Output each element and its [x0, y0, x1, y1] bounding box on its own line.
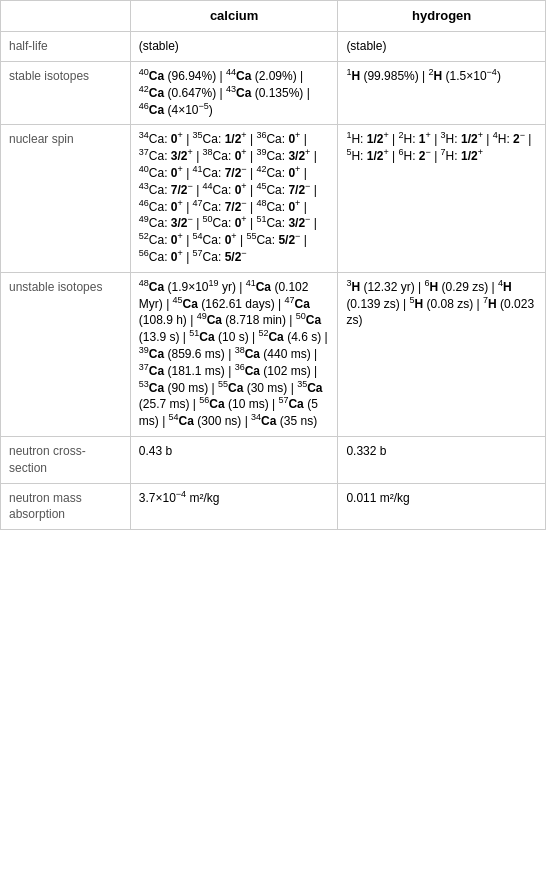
col-header-empty	[1, 1, 131, 32]
neutron-mass-calcium: 3.7×10−4 m²/kg	[130, 483, 338, 530]
halflife-hydrogen: (stable)	[338, 32, 546, 62]
table-row: stable isotopes 40Ca (96.94%) | 44Ca (2.…	[1, 61, 546, 124]
neutron-mass-hydrogen: 0.011 m²/kg	[338, 483, 546, 530]
nuclear-spin-hydrogen: 1H: 1/2+ | 2H: 1+ | 3H: 1/2+ | 4H: 2− | …	[338, 125, 546, 272]
row-label-nuclear-spin: nuclear spin	[1, 125, 131, 272]
table-row: nuclear spin 34Ca: 0+ | 35Ca: 1/2+ | 36C…	[1, 125, 546, 272]
row-label-neutron-cross: neutron cross-section	[1, 436, 131, 483]
neutron-cross-hydrogen: 0.332 b	[338, 436, 546, 483]
unstable-isotopes-hydrogen: 3H (12.32 yr) | 6H (0.29 zs) | 4H (0.139…	[338, 272, 546, 436]
nuclear-spin-calcium: 34Ca: 0+ | 35Ca: 1/2+ | 36Ca: 0+ | 37Ca:…	[130, 125, 338, 272]
col-header-calcium: calcium	[130, 1, 338, 32]
stable-isotopes-calcium: 40Ca (96.94%) | 44Ca (2.09%) | 42Ca (0.6…	[130, 61, 338, 124]
halflife-calcium: (stable)	[130, 32, 338, 62]
table-row: neutron cross-section 0.43 b 0.332 b	[1, 436, 546, 483]
col-header-hydrogen: hydrogen	[338, 1, 546, 32]
row-label-unstable-isotopes: unstable isotopes	[1, 272, 131, 436]
unstable-isotopes-calcium: 48Ca (1.9×1019 yr) | 41Ca (0.102 Myr) | …	[130, 272, 338, 436]
table-row: unstable isotopes 48Ca (1.9×1019 yr) | 4…	[1, 272, 546, 436]
row-label-stable-isotopes: stable isotopes	[1, 61, 131, 124]
stable-isotopes-hydrogen: 1H (99.985%) | 2H (1.5×10−4)	[338, 61, 546, 124]
row-label-halflife: half-life	[1, 32, 131, 62]
row-label-neutron-mass: neutron mass absorption	[1, 483, 131, 530]
neutron-cross-calcium: 0.43 b	[130, 436, 338, 483]
table-row: neutron mass absorption 3.7×10−4 m²/kg 0…	[1, 483, 546, 530]
table-row: half-life (stable) (stable)	[1, 32, 546, 62]
